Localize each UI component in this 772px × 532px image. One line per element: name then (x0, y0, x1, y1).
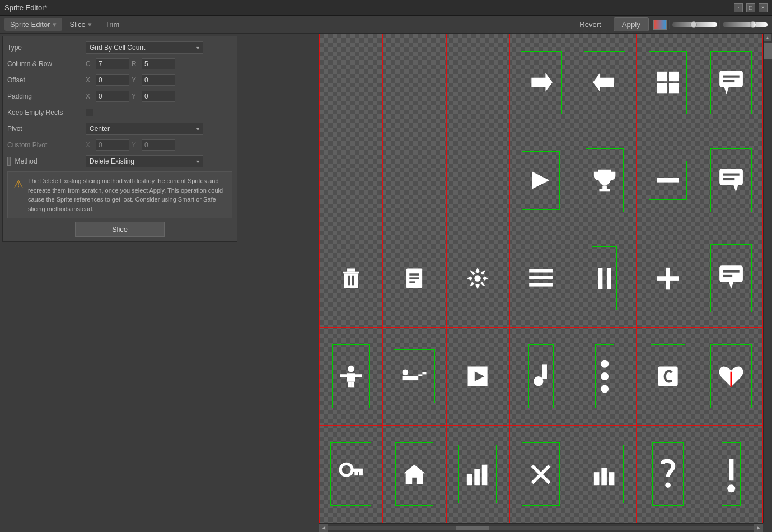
padding-x-input[interactable] (96, 91, 129, 102)
sprite-cell-r1c4 (509, 34, 573, 132)
color-picker[interactable] (653, 20, 667, 30)
document-sprite (397, 246, 432, 310)
chat-bubble-sprite (710, 244, 752, 312)
more-icon[interactable]: ⋮ (734, 3, 743, 12)
title-text: Sprite Editor* (4, 3, 48, 12)
svg-point-54 (601, 372, 609, 380)
sprite-cell-r5c3 (509, 425, 573, 523)
horizontal-scroll-thumb[interactable] (456, 526, 489, 530)
offset-value: X Y (86, 74, 232, 86)
menu-bar-right: Revert Apply (572, 17, 768, 31)
x-close-sprite (522, 442, 560, 506)
svg-marker-7 (724, 87, 729, 95)
more-dots-sprite (595, 344, 614, 408)
svg-rect-60 (359, 472, 362, 475)
offset-x-input[interactable] (96, 74, 129, 86)
svg-rect-70 (609, 472, 614, 485)
custom-pivot-x-input[interactable] (96, 139, 129, 151)
svg-rect-72 (729, 459, 733, 480)
padding-y-label: Y (132, 92, 139, 100)
exclamation-sprite (722, 442, 741, 506)
brightness-slider[interactable] (672, 22, 717, 27)
sprite-cell-r3c0 (319, 230, 382, 328)
sprite-cell-r5c6 (700, 425, 763, 523)
padding-x-group: X (86, 91, 129, 102)
row-input[interactable] (142, 58, 175, 69)
svg-point-71 (665, 482, 671, 488)
method-dropdown[interactable]: Delete Existing ▾ (86, 155, 203, 167)
padding-label: Padding (7, 92, 86, 100)
svg-rect-56 (658, 366, 677, 386)
maximize-icon[interactable]: □ (746, 3, 755, 12)
sprite-cell-r4c2 (446, 327, 509, 425)
svg-rect-51 (542, 364, 548, 379)
svg-rect-8 (723, 76, 740, 78)
bar-chart-sprite (458, 445, 497, 503)
copyright-sprite (651, 344, 685, 408)
offset-x-label: X (86, 76, 93, 84)
person-icon (338, 354, 364, 398)
copyright-icon (656, 354, 680, 398)
pivot-dropdown[interactable]: Center ▾ (86, 123, 203, 135)
sprite-cell-r5c4 (573, 425, 636, 523)
trim-menu[interactable]: Trim (100, 18, 125, 31)
svg-rect-35 (719, 265, 743, 282)
col-input[interactable] (96, 58, 129, 69)
svg-rect-30 (530, 283, 553, 286)
sprite-editor-menu[interactable]: Sprite Editor (4, 18, 62, 31)
svg-rect-18 (347, 268, 355, 271)
svg-point-27 (474, 275, 481, 282)
keep-empty-checkbox[interactable] (86, 109, 93, 116)
svg-rect-29 (530, 276, 553, 279)
pivot-row: Pivot Center ▾ (7, 122, 232, 136)
keep-empty-row: Keep Empty Rects (7, 106, 232, 119)
svg-point-39 (348, 366, 354, 372)
left-panel: Type Grid By Cell Count ▾ Column & Row C (0, 34, 319, 532)
warning-text: The Delete Existing slicing method will … (28, 176, 226, 213)
canvas-area[interactable]: ▲ ◀ ▶ (319, 34, 772, 532)
slice-menu[interactable]: Slice (64, 18, 97, 31)
x-close-icon (528, 452, 554, 496)
svg-rect-44 (351, 381, 354, 387)
trash-icon (339, 256, 363, 300)
svg-rect-5 (669, 83, 679, 93)
type-dropdown[interactable]: Grid By Cell Count ▾ (86, 41, 203, 54)
person-lying-sprite (394, 349, 435, 403)
svg-rect-42 (355, 374, 362, 377)
contrast-slider[interactable] (723, 22, 768, 27)
offset-y-input[interactable] (142, 74, 175, 86)
column-row-row: Column & Row C R (7, 57, 232, 71)
svg-point-52 (534, 376, 543, 386)
svg-rect-48 (422, 372, 426, 375)
svg-point-73 (727, 484, 735, 492)
sprite-cell-r4c5 (636, 327, 699, 425)
apply-button[interactable]: Apply (614, 17, 649, 31)
chat-bubble-icon (717, 255, 745, 302)
horizontal-scrollbar[interactable]: ◀ ▶ (319, 523, 763, 532)
svg-marker-62 (404, 464, 425, 484)
revert-button[interactable]: Revert (572, 18, 609, 31)
play-btn-sprite (460, 344, 495, 408)
sprite-cell-r1c6 (636, 34, 699, 132)
scroll-right-arrow[interactable]: ▶ (754, 524, 763, 533)
row-group: R (132, 58, 175, 69)
svg-rect-21 (348, 276, 350, 286)
sprite-cell-r3c6 (700, 230, 763, 328)
scroll-left-arrow[interactable]: ◀ (319, 524, 328, 533)
close-icon[interactable]: × (759, 3, 768, 12)
custom-pivot-y-input[interactable] (142, 139, 175, 151)
svg-point-45 (402, 369, 408, 375)
offset-label: Offset (7, 76, 86, 84)
minus-icon (655, 167, 681, 194)
scroll-up-arrow[interactable]: ▲ (764, 34, 771, 41)
vertical-scrollbar[interactable]: ▲ (763, 34, 772, 523)
padding-y-input[interactable] (142, 91, 175, 102)
vertical-scroll-thumb[interactable] (764, 43, 772, 59)
arrow-left-sprite (584, 51, 625, 115)
svg-rect-19 (343, 272, 359, 274)
warning-box: ⚠ The Delete Existing slicing method wil… (7, 171, 232, 218)
pivot-dropdown-arrow: ▾ (196, 126, 199, 132)
slice-button[interactable]: Slice (75, 222, 165, 237)
horizontal-scroll-track[interactable] (328, 526, 754, 530)
question-sprite (652, 442, 684, 506)
